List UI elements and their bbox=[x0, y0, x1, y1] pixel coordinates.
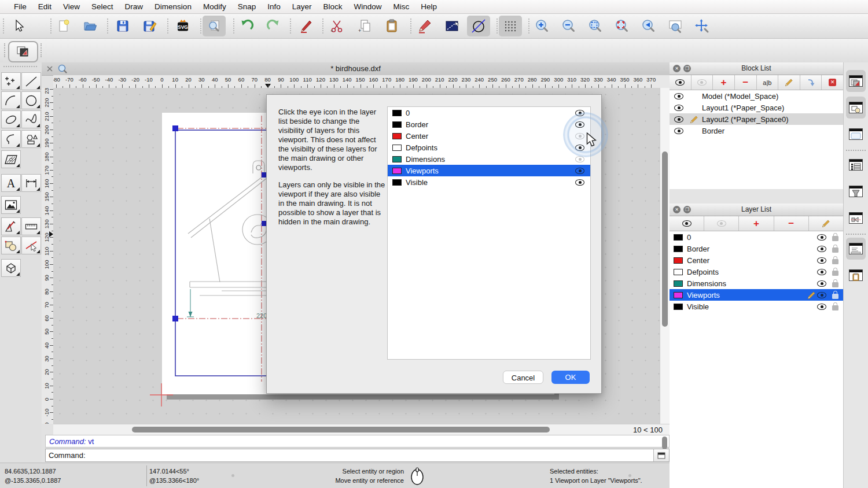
history-scrollbar-thumb[interactable] bbox=[662, 437, 667, 449]
library-browser-toggle-button[interactable] bbox=[846, 154, 866, 176]
command-options-button[interactable] bbox=[653, 449, 669, 461]
image-tool-button[interactable] bbox=[1, 196, 21, 214]
hide-all-layers-button[interactable] bbox=[704, 216, 739, 231]
menu-view[interactable]: View bbox=[57, 2, 86, 11]
undo-button[interactable] bbox=[235, 16, 258, 36]
unlock-icon[interactable] bbox=[832, 245, 838, 253]
layer-row[interactable]: Viewports bbox=[670, 289, 843, 301]
block-row[interactable]: Model (*Model_Space) bbox=[670, 90, 843, 102]
eye-open-icon[interactable] bbox=[674, 128, 683, 134]
block-row[interactable]: Layout1 (*Paper_Space) bbox=[670, 102, 843, 113]
cut-button[interactable]: + bbox=[325, 16, 348, 36]
add-block-button[interactable]: + bbox=[713, 75, 735, 90]
dimension-tool-button[interactable] bbox=[21, 174, 41, 192]
open-document-button[interactable] bbox=[79, 16, 102, 36]
dialog-layer-row[interactable]: Visible bbox=[388, 176, 590, 188]
delete-block-button[interactable]: ✕ bbox=[822, 75, 843, 90]
clipboard-panel-toggle-button[interactable] bbox=[846, 264, 866, 286]
measure-tool-button[interactable] bbox=[21, 217, 41, 235]
dialog-layer-row[interactable]: Viewports bbox=[388, 165, 590, 176]
viewport-creator-toggle-button[interactable] bbox=[846, 207, 866, 229]
eye-open-icon[interactable] bbox=[817, 304, 826, 310]
menu-snap[interactable]: Snap bbox=[232, 2, 262, 11]
shapes-tool-button[interactable] bbox=[21, 130, 41, 148]
selection-filter-toggle-button[interactable] bbox=[846, 180, 866, 202]
dialog-layer-row[interactable]: Dimensions bbox=[388, 153, 590, 165]
menu-window[interactable]: Window bbox=[348, 2, 388, 11]
layer-list-toggle-button[interactable] bbox=[846, 70, 866, 92]
cancel-button[interactable]: Cancel bbox=[503, 371, 543, 384]
eye-open-icon[interactable] bbox=[817, 269, 826, 275]
show-all-layers-button[interactable] bbox=[670, 216, 704, 231]
remove-layer-button[interactable]: − bbox=[774, 216, 809, 231]
draw-circle-tool-button[interactable] bbox=[467, 16, 490, 36]
menu-help[interactable]: Help bbox=[415, 2, 443, 11]
solid-tool-button[interactable] bbox=[1, 259, 21, 277]
zoom-previous-button[interactable] bbox=[637, 16, 660, 36]
toolbar-handle[interactable] bbox=[4, 43, 7, 57]
dialog-layer-row[interactable]: Center bbox=[388, 130, 590, 142]
line-tool-button[interactable] bbox=[21, 72, 41, 90]
select-pointer-button[interactable] bbox=[7, 16, 30, 36]
menu-file[interactable]: File bbox=[8, 2, 32, 11]
command-input[interactable] bbox=[88, 450, 651, 461]
eye-open-icon[interactable] bbox=[817, 280, 826, 287]
menu-select[interactable]: Select bbox=[86, 2, 119, 11]
grid-toggle-button[interactable] bbox=[499, 16, 522, 36]
add-layer-button[interactable]: + bbox=[739, 216, 774, 231]
edit-block-button[interactable] bbox=[778, 75, 800, 90]
rename-block-button[interactable]: a|b bbox=[757, 75, 779, 90]
layer-row[interactable]: Dimensions bbox=[670, 278, 843, 289]
copy-button[interactable]: + bbox=[353, 16, 376, 36]
unlock-icon[interactable] bbox=[832, 291, 838, 300]
zoom-in-button[interactable] bbox=[531, 16, 554, 36]
spline-tool-button[interactable] bbox=[21, 110, 41, 128]
dialog-layer-row[interactable]: Border bbox=[388, 119, 590, 130]
canvas-horizontal-scrollbar[interactable]: 10 < 100 bbox=[53, 424, 670, 435]
modify-tool-button[interactable] bbox=[1, 236, 21, 254]
menu-block[interactable]: Block bbox=[318, 2, 348, 11]
unlock-icon[interactable] bbox=[832, 279, 838, 288]
polyline-tool-button[interactable] bbox=[1, 130, 21, 148]
text-tool-button[interactable]: A bbox=[1, 174, 21, 192]
new-document-button[interactable] bbox=[52, 16, 75, 36]
zoom-select-window-button[interactable] bbox=[664, 16, 687, 36]
eye-open-icon[interactable] bbox=[575, 168, 584, 174]
arc-tool-button[interactable] bbox=[1, 91, 21, 109]
remove-block-button[interactable]: − bbox=[735, 75, 757, 90]
unlock-icon[interactable] bbox=[832, 268, 838, 276]
zoom-pan-button[interactable] bbox=[690, 16, 713, 36]
command-history[interactable]: Command: vt bbox=[45, 435, 670, 448]
block-list-toggle-button[interactable] bbox=[846, 97, 866, 119]
select-window-button[interactable] bbox=[440, 16, 464, 36]
eye-open-icon[interactable] bbox=[817, 234, 826, 241]
eye-open-icon[interactable] bbox=[674, 116, 683, 123]
eye-open-icon[interactable] bbox=[817, 257, 826, 264]
edit-layer-button[interactable] bbox=[809, 216, 843, 231]
canvas-vertical-scrollbar[interactable] bbox=[660, 88, 670, 424]
menu-draw[interactable]: Draw bbox=[119, 2, 149, 11]
eye-open-icon[interactable] bbox=[817, 246, 826, 252]
command-line-toggle-button[interactable] bbox=[846, 238, 866, 260]
block-row[interactable]: Layout2 (*Paper_Space0) bbox=[670, 113, 843, 125]
menu-dimension[interactable]: Dimension bbox=[149, 2, 197, 11]
layer-row[interactable]: 0 bbox=[670, 231, 843, 243]
zoom-out-button[interactable] bbox=[557, 16, 580, 36]
menu-info[interactable]: Info bbox=[262, 2, 286, 11]
print-preview-button[interactable] bbox=[203, 16, 226, 36]
unlock-icon[interactable] bbox=[832, 233, 838, 242]
viewport-panel-toggle-button[interactable] bbox=[846, 123, 866, 145]
insert-block-button[interactable] bbox=[800, 75, 822, 90]
draw-order-tool-button[interactable] bbox=[1, 217, 21, 235]
layer-row[interactable]: Visible bbox=[670, 301, 843, 312]
circle-tool-button[interactable] bbox=[21, 91, 41, 109]
unlock-icon[interactable] bbox=[832, 256, 838, 265]
layer-row[interactable]: Defpoints bbox=[670, 266, 843, 278]
edit-entity-button[interactable] bbox=[413, 16, 436, 36]
scrollbar-thumb[interactable] bbox=[662, 151, 668, 327]
pen-button[interactable] bbox=[295, 16, 318, 36]
show-all-blocks-button[interactable] bbox=[670, 75, 692, 90]
eye-open-icon[interactable] bbox=[674, 93, 683, 99]
menu-modify[interactable]: Modify bbox=[197, 2, 232, 11]
select-tool-button[interactable] bbox=[21, 236, 41, 254]
